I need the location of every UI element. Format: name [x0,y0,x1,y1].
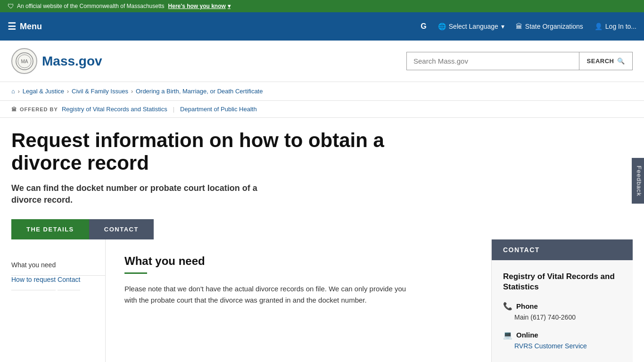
google-translate-button[interactable]: G [421,22,426,31]
nav-bar: ☰ Menu G 🌐 Select Language ▾ 🏛 State Org… [0,12,644,41]
monitor-icon: 💻 [503,330,512,339]
breadcrumb-separator-2: › [67,88,69,95]
top-banner: 🛡 An official website of the Commonwealt… [0,0,644,12]
search-button[interactable]: SEARCH 🔍 [579,52,632,70]
search-bar: SEARCH 🔍 [406,52,633,70]
login-icon: 👤 [594,23,603,30]
contact-online: 💻 Online RVRS Customer Service [503,330,621,350]
feedback-tab[interactable]: Feedback [632,158,644,204]
how-you-know-label: Here's how you know [168,3,226,9]
right-sidebar-contact: CONTACT Registry of Vital Records and St… [491,239,633,362]
tab-details[interactable]: THE DETAILS [11,219,89,239]
online-label-text: Online [516,331,538,339]
shield-icon: 🛡 [8,2,14,10]
phone-label-text: Phone [516,302,538,310]
language-selector[interactable]: 🌐 Select Language ▾ [438,23,504,30]
contact-online-value: RVRS Customer Service [503,342,621,350]
building-icon: 🏛 [11,107,17,112]
hamburger-icon: ☰ [8,21,16,32]
site-header: MA Mass.gov SEARCH 🔍 [0,41,644,82]
how-you-know-button[interactable]: Here's how you know ▾ [168,3,231,9]
content-body: What you need How to request Contact Wha… [11,239,633,362]
sidebar-nav-contact[interactable]: Contact [58,269,80,290]
globe-icon: 🌐 [438,23,446,30]
mass-seal: MA [11,48,37,74]
breadcrumb-current[interactable]: Ordering a Birth, Marriage, or Death Cer… [136,88,263,95]
phone-icon: 📞 [503,302,512,311]
menu-button[interactable]: ☰ Menu [8,21,42,32]
main-section: What you need Please note that we don't … [106,239,491,362]
section-heading: What you need [124,255,472,268]
state-organizations-link[interactable]: 🏛 State Organizations [516,23,583,30]
chevron-down-icon: ▾ [228,3,231,9]
left-sidebar: What you need How to request Contact [11,239,106,362]
rvrs-customer-service-link[interactable]: RVRS Customer Service [514,342,587,350]
language-label: Select Language [449,23,498,30]
page-subtitle: We can find the docket number or probate… [11,182,285,206]
breadcrumb-separator-1: › [18,88,20,95]
section-heading-underline [124,272,147,274]
contact-phone: 📞 Phone Main (617) 740-2600 [503,302,621,321]
menu-label: Menu [20,22,42,32]
offered-by-bar: 🏛 OFFERED BY Registry of Vital Records a… [0,101,644,118]
seal-svg: MA [15,52,34,71]
contact-online-label: 💻 Online [503,330,621,339]
login-label: Log In to... [605,23,636,30]
contact-phone-value: Main (617) 740-2600 [503,313,621,321]
org2-link[interactable]: Department of Public Health [180,106,257,113]
logo-text: Mass.gov [42,54,102,69]
official-text: 🛡 An official website of the Commonwealt… [8,2,165,10]
search-icon: 🔍 [617,58,625,65]
nav-right: G 🌐 Select Language ▾ 🏛 State Organizati… [421,22,636,31]
sidebar-nav-how-to-request[interactable]: How to request [11,269,56,290]
section-body: Please note that we don't have the actua… [124,283,417,306]
breadcrumb: ⌂ › Legal & Justice › Civil & Family Iss… [0,82,644,101]
main-content: Request information on how to obtain a d… [0,118,644,362]
login-button[interactable]: 👤 Log In to... [594,23,636,30]
tab-bar: THE DETAILS CONTACT [11,219,633,239]
contact-phone-label: 📞 Phone [503,302,621,311]
state-icon: 🏛 [516,23,522,30]
breadcrumb-separator-3: › [131,88,133,95]
google-icon: G [421,22,426,31]
official-website-text: An official website of the Commonwealth … [17,3,165,9]
page-title: Request information on how to obtain a d… [11,129,436,175]
search-button-label: SEARCH [587,58,614,65]
breadcrumb-civil-family[interactable]: Civil & Family Issues [72,88,128,95]
contact-tab-label: CONTACT [492,239,633,260]
offered-by-label: 🏛 OFFERED BY [11,107,58,112]
home-icon[interactable]: ⌂ [11,88,15,95]
tab-contact[interactable]: CONTACT [89,219,154,239]
search-input[interactable] [407,52,579,70]
breadcrumb-legal-justice[interactable]: Legal & Justice [23,88,64,95]
org1-link[interactable]: Registry of Vital Records and Statistics [62,106,167,113]
contact-org-name: Registry of Vital Records and Statistics [503,272,621,292]
state-label: State Organizations [525,23,583,30]
svg-text:MA: MA [21,59,28,64]
offered-by-divider: | [173,106,174,113]
logo-link[interactable]: MA Mass.gov [11,48,102,74]
chevron-down-icon: ▾ [501,23,504,30]
